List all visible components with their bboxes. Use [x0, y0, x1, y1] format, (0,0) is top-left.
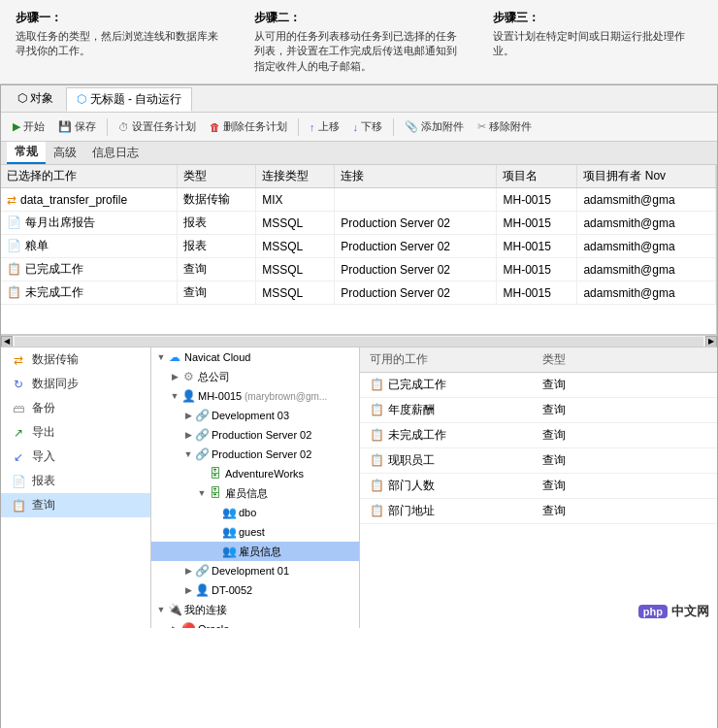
- tree-arrow: ▼: [196, 487, 208, 499]
- table-row[interactable]: ⇄data_transfer_profile 数据传输 MIX MH-0015 …: [1, 188, 716, 212]
- scroll-left-btn[interactable]: ◀: [1, 336, 13, 347]
- start-button[interactable]: ▶ 开始: [7, 117, 50, 136]
- scroll-track[interactable]: [15, 337, 703, 347]
- tree-arrow: ▼: [182, 448, 194, 460]
- delete-schedule-button[interactable]: 🗑 删除任务计划: [204, 117, 293, 136]
- list-item[interactable]: 📋现职员工 查询: [360, 448, 717, 474]
- tree-arrow: ▶: [182, 584, 194, 596]
- paperclip-icon: 📎: [405, 120, 418, 133]
- tree-icon-general-company: ⚙: [180, 369, 196, 384]
- query-icon: 📋: [370, 453, 384, 467]
- cell-project: MH-0015: [497, 188, 577, 212]
- tree-node-dt-0052[interactable]: ▶ 👤 DT-0052: [151, 580, 359, 600]
- tree-icon-employee-info-db: 🗄: [208, 485, 223, 501]
- tree-node-my-connections[interactable]: ▼ 🔌 我的连接: [151, 600, 359, 619]
- tab-general[interactable]: 常规: [7, 142, 46, 164]
- tree-node-dbo[interactable]: 👥 dbo: [151, 503, 359, 522]
- tree-arrow: ▼: [155, 351, 167, 363]
- cell-owner: adamsmith@gma: [577, 212, 716, 235]
- lp-icon-data-transfer: ⇄: [11, 352, 26, 368]
- table-row[interactable]: 📄每月出席报告 报表 MSSQL Production Server 02 MH…: [1, 212, 716, 235]
- cell-conn-type: MIX: [256, 188, 335, 212]
- tree-arrow: ▼: [155, 604, 167, 615]
- rjp-job-type: 查询: [538, 400, 711, 420]
- tree-icon-oracle: 🔴: [180, 621, 196, 628]
- table-row[interactable]: 📋已完成工作 查询 MSSQL Production Server 02 MH-…: [1, 258, 716, 281]
- left-panel-item-export[interactable]: ↗导出: [1, 420, 150, 445]
- tree-node-employee-info-selected[interactable]: 👥 雇员信息: [151, 542, 359, 561]
- tree-label-dev-01: Development 01: [212, 565, 289, 577]
- tree-node-adventure-works[interactable]: 🗄 AdventureWorks: [151, 464, 359, 483]
- add-attachment-button[interactable]: 📎 添加附件: [399, 117, 470, 136]
- tab-objects[interactable]: ⬡ 对象: [7, 86, 64, 111]
- col-type: 类型: [178, 165, 256, 188]
- tree-label-dt-0052: DT-0052: [212, 584, 252, 596]
- up-arrow-icon: ↑: [310, 121, 315, 133]
- tab-log[interactable]: 信息日志: [84, 143, 147, 163]
- col-project: 项目名: [497, 165, 577, 188]
- cell-type: 报表: [178, 235, 256, 258]
- rjp-job-name: 📋未完成工作: [366, 425, 538, 446]
- tab-bar: ⬡ 对象 ⬡ 无标题 - 自动运行: [1, 85, 717, 113]
- tree-node-general-company[interactable]: ▶ ⚙ 总公司: [151, 367, 359, 386]
- col-conn-type: 连接类型: [256, 165, 335, 188]
- save-button[interactable]: 💾 保存: [52, 117, 102, 136]
- tab-autorun[interactable]: ⬡ 无标题 - 自动运行: [66, 87, 192, 112]
- list-item[interactable]: 📋已完成工作 查询: [360, 373, 717, 398]
- tree-label-my-connections: 我的连接: [184, 603, 227, 617]
- steps-bar: 步骤一： 选取任务的类型，然后浏览连线和数据库来寻找你的工作。 步骤二： 从可用…: [0, 0, 718, 84]
- rjp-job-name: 📋年度薪酬: [366, 400, 538, 420]
- tree-node-dev-01[interactable]: ▶ 🔗 Development 01: [151, 561, 359, 580]
- cell-conn-type: MSSQL: [256, 212, 335, 235]
- bottom-area: ⇄数据传输↻数据同步🗃备份↗导出↙导入📄报表📋查询 ▼ ☁ Navicat Cl…: [1, 347, 717, 628]
- tree-label-guest: guest: [239, 526, 265, 538]
- tree-arrow: ▼: [169, 390, 180, 402]
- tree-node-oracle[interactable]: ▶ 🔴 Oracle: [151, 619, 359, 628]
- rjp-header: 可用的工作 类型: [360, 347, 717, 373]
- tree-node-guest[interactable]: 👥 guest: [151, 522, 359, 542]
- cell-project: MH-0015: [497, 281, 577, 305]
- left-panel-item-data-sync[interactable]: ↻数据同步: [1, 372, 150, 396]
- sep-3: [393, 118, 394, 136]
- tree-node-employee-info-db[interactable]: ▼ 🗄 雇员信息: [151, 483, 359, 503]
- left-panel-item-report[interactable]: 📄报表: [1, 469, 150, 493]
- tree-node-prod-server-02-1[interactable]: ▶ 🔗 Production Server 02: [151, 425, 359, 445]
- left-panel-item-query[interactable]: 📋查询: [1, 493, 150, 517]
- scroll-right-btn[interactable]: ▶: [705, 336, 717, 347]
- sep-1: [107, 118, 108, 136]
- tree-node-mh-0015[interactable]: ▼ 👤 MH-0015 (marybrown@gm...: [151, 386, 359, 406]
- job-table: 已选择的工作 类型 连接类型 连接 项目名 项目拥有者 Nov ⇄data_tr…: [1, 165, 717, 334]
- lp-icon-query: 📋: [11, 498, 26, 513]
- lp-icon-backup: 🗃: [11, 401, 26, 416]
- tree-node-dev-03[interactable]: ▶ 🔗 Development 03: [151, 406, 359, 425]
- list-item[interactable]: 📋部门人数 查询: [360, 474, 717, 499]
- query-icon: 📋: [370, 428, 384, 442]
- list-item[interactable]: 📋部门地址 查询: [360, 499, 717, 524]
- move-up-button[interactable]: ↑ 上移: [304, 117, 345, 136]
- rjp-col-type: 类型: [538, 349, 711, 370]
- cell-type: 查询: [178, 281, 256, 305]
- query-icon: 📋: [370, 479, 384, 492]
- lp-icon-export: ↗: [11, 425, 26, 441]
- tree-node-navicat-cloud[interactable]: ▼ ☁ Navicat Cloud: [151, 347, 359, 367]
- tab-advanced[interactable]: 高级: [46, 143, 84, 163]
- left-panel-item-data-transfer[interactable]: ⇄数据传输: [1, 347, 150, 372]
- left-panel: ⇄数据传输↻数据同步🗃备份↗导出↙导入📄报表📋查询: [1, 347, 151, 628]
- sep-2: [298, 118, 299, 136]
- tree-icon-dev-01: 🔗: [194, 563, 210, 579]
- tree-icon-employee-info-selected: 👥: [221, 544, 237, 559]
- horizontal-scrollbar[interactable]: ◀ ▶: [1, 335, 717, 347]
- table-row[interactable]: 📄粮单 报表 MSSQL Production Server 02 MH-001…: [1, 235, 716, 258]
- list-item[interactable]: 📋未完成工作 查询: [360, 423, 717, 448]
- left-panel-item-backup[interactable]: 🗃备份: [1, 396, 150, 420]
- tree-label-employee-info-db: 雇员信息: [225, 486, 268, 501]
- set-schedule-button[interactable]: ⏱ 设置任务计划: [113, 117, 202, 136]
- table-row[interactable]: 📋未完成工作 查询 MSSQL Production Server 02 MH-…: [1, 281, 716, 305]
- remove-attachment-button[interactable]: ✂ 移除附件: [472, 117, 538, 136]
- move-down-button[interactable]: ↓ 下移: [347, 117, 389, 136]
- list-item[interactable]: 📋年度薪酬 查询: [360, 398, 717, 423]
- tree-node-prod-server-02-2[interactable]: ▼ 🔗 Production Server 02: [151, 445, 359, 464]
- cell-conn-type: MSSQL: [256, 235, 335, 258]
- left-panel-item-import[interactable]: ↙导入: [1, 445, 150, 469]
- cell-type: 报表: [178, 212, 256, 235]
